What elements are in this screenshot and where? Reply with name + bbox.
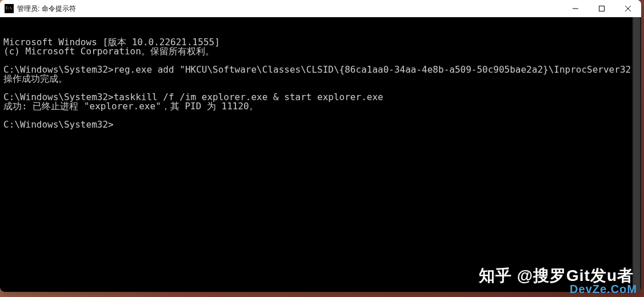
svg-rect-1 <box>599 6 605 11</box>
terminal-line: C:\Windows\System32>reg.exe add "HKCU\So… <box>3 65 638 74</box>
cmd-icon <box>5 4 14 13</box>
window-controls <box>562 0 641 17</box>
maximize-icon <box>599 6 605 11</box>
close-button[interactable] <box>615 0 641 17</box>
maximize-button[interactable] <box>589 0 615 17</box>
titlebar-left: 管理员: 命令提示符 <box>0 4 76 14</box>
scrollbar-thumb[interactable] <box>633 17 640 292</box>
close-icon <box>625 6 631 11</box>
terminal-line: 成功: 已终止进程 "explorer.exe"，其 PID 为 11120。 <box>3 102 638 111</box>
terminal-area[interactable]: Microsoft Windows [版本 10.0.22621.1555](c… <box>0 17 641 292</box>
window-title: 管理员: 命令提示符 <box>17 4 76 14</box>
terminal-line: (c) Microsoft Corporation。保留所有权利。 <box>3 47 638 56</box>
command-prompt-window: 管理员: 命令提示符 Microsoft Windows [版本 10 <box>0 0 641 292</box>
scrollbar[interactable] <box>632 17 641 292</box>
terminal-content: Microsoft Windows [版本 10.0.22621.1555](c… <box>3 38 638 129</box>
minimize-icon <box>573 6 578 11</box>
minimize-button[interactable] <box>562 0 589 17</box>
terminal-line: C:\Windows\System32> <box>3 120 638 129</box>
titlebar[interactable]: 管理员: 命令提示符 <box>0 0 641 17</box>
terminal-line: 操作成功完成。 <box>3 74 638 84</box>
